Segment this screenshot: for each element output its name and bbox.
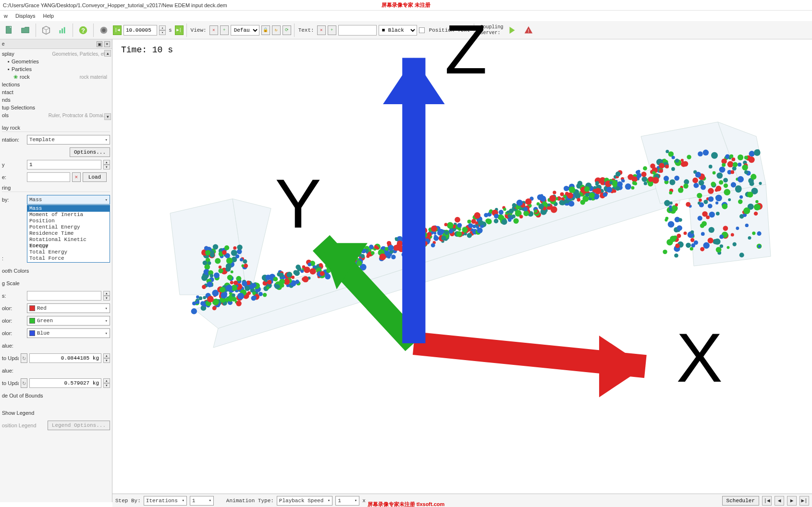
options-button[interactable]: Options... <box>70 147 110 157</box>
menu-view[interactable]: w <box>4 13 8 19</box>
ooth-colors-label: ooth Colors <box>2 268 29 274</box>
color2-label: olor: <box>2 318 25 324</box>
color-by-dropdown[interactable]: Mass Moment of Inertia Position Potentia… <box>27 205 110 263</box>
chart-button[interactable] <box>55 23 70 37</box>
by-label: by: <box>2 197 25 203</box>
color3-label: olor: <box>2 330 25 336</box>
y-input[interactable] <box>27 160 101 169</box>
to-update2-label: to Update <box>2 380 19 386</box>
green-swatch <box>29 318 35 324</box>
svg-rect-2 <box>62 28 63 33</box>
show-legend-label: Show Legend <box>2 410 34 416</box>
s-input[interactable] <box>27 291 101 301</box>
dropdown-item-tf[interactable]: Total Force <box>27 255 110 262</box>
value1-spinner[interactable]: ▴▾ <box>103 353 110 363</box>
s-label: s: <box>2 293 25 299</box>
tree-tup-selections[interactable]: tup Selections <box>0 104 112 111</box>
record-button[interactable] <box>97 23 111 37</box>
dropdown-item-residence[interactable]: Residence Time <box>27 230 110 237</box>
sidebar-close-button[interactable]: ✕ <box>104 41 110 47</box>
props-section-title: lay rock <box>2 124 110 132</box>
sidebar-float-button[interactable]: ▣ <box>97 41 102 47</box>
tree-scroll-up[interactable]: ▴ <box>104 50 111 57</box>
tree-rock[interactable]: ❀rockrock material <box>0 73 112 81</box>
tree-ntact[interactable]: ntact <box>0 88 112 96</box>
sidebar-title: e <box>2 41 5 47</box>
value2-label: alue: <box>2 368 13 374</box>
value1-input[interactable] <box>29 353 101 363</box>
color2-select[interactable]: Green <box>27 316 110 326</box>
first-frame-button[interactable]: |◀ <box>113 25 122 35</box>
value2-input[interactable] <box>29 378 101 388</box>
dropdown-item-te[interactable]: Total Energy <box>27 249 110 255</box>
tree-ols[interactable]: olsRuler, Protractor & Domai... <box>0 111 112 119</box>
y-spinner[interactable]: ▴▾ <box>103 160 110 169</box>
svg-marker-883 <box>383 58 445 104</box>
to-update1-label: to Update <box>2 355 19 361</box>
step-forward-button[interactable]: ▶ <box>787 496 797 506</box>
color3-select[interactable]: Blue <box>27 328 110 338</box>
axis-widget: X Y Z <box>141 0 812 459</box>
goto-start-button[interactable]: |◀ <box>762 496 772 506</box>
tree-nds[interactable]: nds <box>0 96 112 104</box>
new-button[interactable] <box>2 23 16 37</box>
load-button[interactable]: Load <box>83 172 107 182</box>
open-button[interactable] <box>18 23 33 37</box>
sidebar: e ▣ ✕ ▴ splayGeometries, Particles, etc … <box>0 39 112 502</box>
dropdown-item-rke[interactable]: Rotational Kinetic Energy <box>27 237 110 243</box>
menu-help[interactable]: Help <box>43 13 54 19</box>
s-spinner[interactable]: ▴▾ <box>103 291 110 301</box>
anim-type-select[interactable]: Playback Speed <box>277 496 332 506</box>
tree-panel: ▴ splayGeometries, Particles, etc ▪Geome… <box>0 49 112 121</box>
dropdown-item-torque[interactable]: Torque <box>27 243 110 249</box>
ent-label: : <box>2 255 25 261</box>
help-button[interactable]: ? <box>76 23 90 37</box>
menu-displays[interactable]: Displays <box>15 13 36 19</box>
goto-end-button[interactable]: ▶| <box>800 496 809 506</box>
red-swatch <box>29 305 35 311</box>
color-by-select[interactable]: Mass Mass Moment of Inertia Position Pot… <box>27 195 110 205</box>
dropdown-item-pe[interactable]: Potential Energy <box>27 224 110 230</box>
tree-display[interactable]: splayGeometries, Particles, etc <box>0 50 112 58</box>
color1-select[interactable]: Red <box>27 303 110 313</box>
step-value-select[interactable]: 1 <box>190 496 214 506</box>
ntation-label: ntation: <box>2 137 25 143</box>
speed-select[interactable]: 1 <box>335 496 359 506</box>
refresh1-button[interactable]: ↻ <box>21 353 27 363</box>
scheduler-button[interactable]: Scheduler <box>722 496 759 506</box>
e-label: e: <box>2 174 25 180</box>
de-out-label: de Out of Bounds <box>2 393 43 398</box>
dropdown-item-position[interactable]: Position <box>27 218 110 224</box>
legend-options-button[interactable]: Legend Options... <box>48 421 110 430</box>
dropdown-item-mass[interactable]: Mass <box>27 205 110 212</box>
dropdown-item-uniform[interactable]: Uniform <box>27 262 110 263</box>
value1-label: alue: <box>2 343 13 349</box>
properties-panel: lay rock ntation: Template Options... y … <box>0 121 112 502</box>
step-back-button[interactable]: ◀ <box>775 496 784 506</box>
cube-view-button[interactable] <box>39 23 53 37</box>
3d-viewport[interactable]: Time: 10 s X <box>112 39 812 502</box>
step-by-label: Step By: <box>115 498 141 504</box>
step-by-select[interactable]: Iterations <box>144 496 187 506</box>
speed-x-label: x <box>362 498 366 504</box>
tree-particles[interactable]: ▪Particles <box>0 65 112 73</box>
tree-lections[interactable]: lections <box>0 81 112 88</box>
refresh2-button[interactable]: ↻ <box>21 378 27 388</box>
svg-text:Z: Z <box>445 11 487 88</box>
ntation-select[interactable]: Template <box>27 135 110 145</box>
e-input[interactable] <box>27 172 70 182</box>
value2-spinner[interactable]: ▴▾ <box>103 378 110 388</box>
y-label: y <box>2 162 25 168</box>
sidebar-header: e ▣ ✕ <box>0 39 112 49</box>
blue-swatch <box>29 330 35 336</box>
bottom-bar: Step By: Iterations 1 Animation Type: Pl… <box>112 494 812 507</box>
e-clear-button[interactable]: ✕ <box>72 172 81 182</box>
tree-geometries[interactable]: ▪Geometries <box>0 58 112 65</box>
g-scale-label: g Scale <box>2 280 25 286</box>
dropdown-item-moment[interactable]: Moment of Inertia <box>27 212 110 218</box>
svg-text:X: X <box>677 319 723 397</box>
svg-point-7 <box>102 28 105 32</box>
watermark-bottom: 屏幕录像专家未注册 tlxsoft.com <box>368 501 445 507</box>
svg-rect-1 <box>60 30 61 33</box>
tree-scroll-down[interactable]: ▾ <box>104 113 111 120</box>
